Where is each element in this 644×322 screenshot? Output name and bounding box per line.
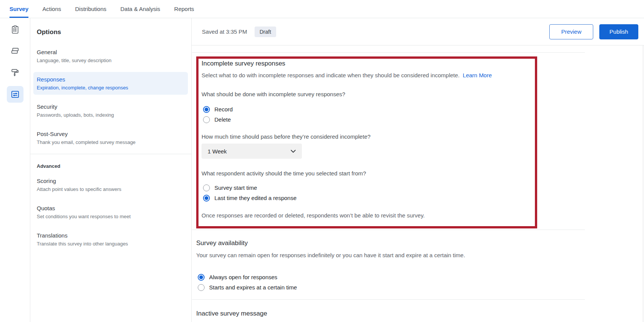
time-period-dropdown-value: 1 Week bbox=[208, 148, 227, 155]
radio-option-record[interactable]: Record bbox=[203, 104, 532, 114]
advanced-options-list: Scoring Attach point values to specific … bbox=[30, 174, 191, 251]
availability-section-description: Your survey can remain open for response… bbox=[196, 251, 504, 259]
tab-actions[interactable]: Actions bbox=[42, 0, 61, 18]
survey-options-page: Survey Actions Distributions Data & Anal… bbox=[0, 0, 644, 322]
description-text: Select what to do with incomplete respon… bbox=[202, 72, 460, 78]
sidebar-item-scoring[interactable]: Scoring Attach point values to specific … bbox=[33, 174, 188, 196]
tab-survey[interactable]: Survey bbox=[9, 0, 28, 18]
look-and-feel-button[interactable] bbox=[7, 64, 23, 81]
option-label: Translations bbox=[37, 232, 184, 239]
sidebar-item-general[interactable]: General Language, title, survey descript… bbox=[33, 45, 188, 67]
option-description: Attach point values to specific answers bbox=[37, 186, 184, 192]
option-description: Translate this survey into other languag… bbox=[37, 241, 184, 247]
sidebar-item-post-survey[interactable]: Post-Survey Thank you email, completed s… bbox=[33, 127, 188, 149]
radio-option-delete[interactable]: Delete bbox=[203, 114, 532, 125]
sidebar-item-translations[interactable]: Translations Translate this survey into … bbox=[33, 228, 188, 251]
sidebar-divider bbox=[30, 154, 191, 154]
options-panel-title: Options bbox=[37, 28, 191, 36]
question-incomplete-action: What should be done with incomplete surv… bbox=[202, 90, 532, 98]
clipboard-icon bbox=[10, 25, 20, 34]
option-label: Post-Survey bbox=[37, 131, 184, 137]
availability-section: Survey availability Your survey can rema… bbox=[196, 239, 644, 292]
radio-unselected-icon[interactable] bbox=[203, 184, 210, 191]
question-incomplete-time: How much time should pass before they’re… bbox=[202, 133, 532, 141]
availability-section-title: Survey availability bbox=[196, 239, 644, 247]
radio-selected-icon[interactable] bbox=[203, 106, 210, 113]
option-description: Set conditions you want responses to mee… bbox=[37, 214, 184, 219]
survey-flow-button[interactable] bbox=[7, 43, 23, 59]
time-period-dropdown[interactable]: 1 Week bbox=[202, 144, 302, 159]
blocks-icon bbox=[10, 46, 20, 56]
radio-label: Last time they edited a response bbox=[214, 195, 297, 201]
chevron-down-icon bbox=[291, 148, 296, 155]
top-navigation: Survey Actions Distributions Data & Anal… bbox=[0, 0, 644, 18]
learn-more-link[interactable]: Learn More bbox=[463, 72, 492, 78]
section-divider bbox=[192, 52, 585, 53]
option-description: Thank you email, completed survey messag… bbox=[37, 139, 184, 145]
radio-label: Survey start time bbox=[214, 184, 257, 191]
tab-data-analysis[interactable]: Data & Analysis bbox=[120, 0, 160, 18]
radio-selected-icon[interactable] bbox=[198, 274, 205, 281]
option-description: Language, title, survey description bbox=[37, 58, 184, 63]
question-respondent-activity: What respondent activity should the time… bbox=[202, 169, 532, 177]
respondent-activity-radio-group: Survey start time Last time they edited … bbox=[202, 183, 532, 203]
radio-unselected-icon[interactable] bbox=[198, 284, 205, 291]
sidebar-item-responses[interactable]: Responses Expiration, incomplete, change… bbox=[33, 72, 188, 95]
settings-content: Incomplete survey responses Select what … bbox=[192, 45, 644, 322]
incomplete-section-description: Select what to do with incomplete respon… bbox=[202, 71, 509, 80]
saved-status-text: Saved at 3:35 PM bbox=[202, 28, 247, 35]
options-list: General Language, title, survey descript… bbox=[30, 45, 191, 149]
radio-option-last-edited[interactable]: Last time they edited a response bbox=[203, 193, 532, 203]
sliders-icon bbox=[10, 89, 20, 99]
survey-options-button[interactable] bbox=[7, 86, 23, 103]
option-label: Security bbox=[37, 103, 184, 110]
section-divider bbox=[192, 230, 585, 230]
option-description: Expiration, incomplete, change responses bbox=[37, 85, 184, 91]
radio-label: Starts and expires at a certain time bbox=[209, 284, 297, 291]
sidebar-item-quotas[interactable]: Quotas Set conditions you want responses… bbox=[33, 201, 188, 224]
radio-unselected-icon[interactable] bbox=[203, 116, 210, 123]
advanced-section-label: Advanced bbox=[37, 163, 191, 169]
option-label: Responses bbox=[37, 76, 184, 83]
paint-roller-icon bbox=[10, 68, 20, 78]
tab-distributions[interactable]: Distributions bbox=[75, 0, 106, 18]
incomplete-section-note: Once responses are recorded or deleted, … bbox=[202, 211, 532, 219]
publish-button[interactable]: Publish bbox=[599, 24, 638, 39]
inactive-message-section: Inactive survey message bbox=[196, 309, 644, 318]
radio-selected-icon[interactable] bbox=[203, 195, 210, 202]
tab-reports[interactable]: Reports bbox=[174, 0, 194, 18]
incomplete-section-title: Incomplete survey responses bbox=[202, 59, 532, 68]
left-icon-rail bbox=[0, 18, 30, 322]
option-label: Scoring bbox=[37, 178, 184, 184]
radio-option-survey-start-time[interactable]: Survey start time bbox=[203, 183, 532, 193]
radio-option-always-open[interactable]: Always open for responses bbox=[198, 272, 644, 282]
survey-builder-button[interactable] bbox=[7, 21, 23, 38]
radio-option-starts-expires[interactable]: Starts and expires at a certain time bbox=[198, 282, 644, 292]
option-label: General bbox=[37, 49, 184, 55]
preview-button[interactable]: Preview bbox=[549, 24, 593, 39]
option-description: Passwords, uploads, bots, indexing bbox=[37, 112, 184, 118]
status-badge: Draft bbox=[255, 27, 276, 37]
main-area: Saved at 3:35 PM Draft Preview Publish I… bbox=[192, 18, 644, 322]
incomplete-action-radio-group: Record Delete bbox=[202, 104, 532, 125]
radio-label: Delete bbox=[214, 116, 231, 123]
availability-radio-group: Always open for responses Starts and exp… bbox=[196, 272, 644, 292]
option-label: Quotas bbox=[37, 205, 184, 211]
radio-label: Always open for responses bbox=[209, 274, 277, 280]
radio-label: Record bbox=[214, 106, 233, 113]
survey-header-bar: Saved at 3:35 PM Draft Preview Publish bbox=[192, 18, 644, 45]
options-sidebar: Options General Language, title, survey … bbox=[30, 18, 192, 322]
inactive-section-title: Inactive survey message bbox=[196, 309, 644, 318]
annotation-highlight-box: Incomplete survey responses Select what … bbox=[196, 56, 537, 228]
sidebar-item-security[interactable]: Security Passwords, uploads, bots, index… bbox=[33, 99, 188, 122]
section-divider bbox=[192, 299, 585, 300]
